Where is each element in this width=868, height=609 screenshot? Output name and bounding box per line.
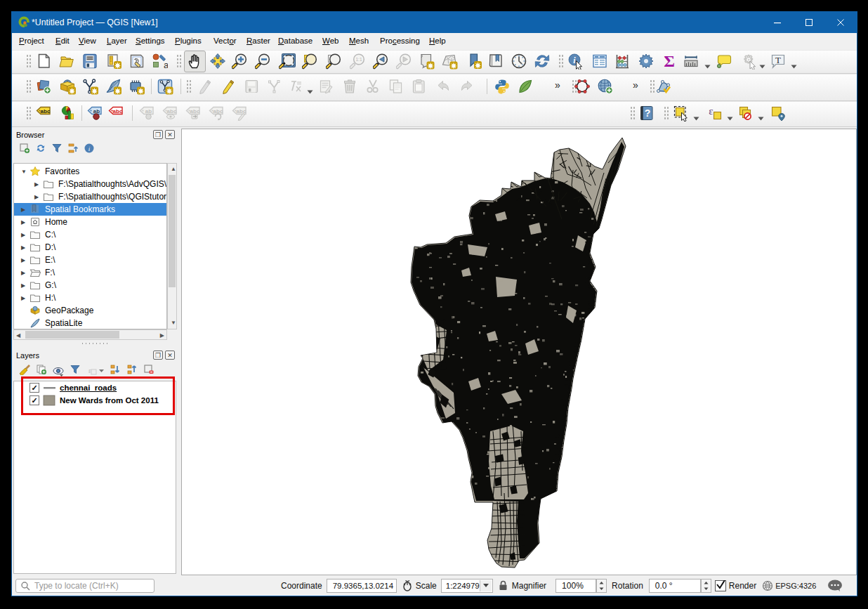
svg-text:abc: abc bbox=[237, 108, 246, 114]
svg-text:T: T bbox=[775, 55, 781, 65]
svg-text:abc: abc bbox=[213, 108, 223, 114]
svg-text:abc: abc bbox=[167, 108, 177, 114]
svg-text:1:1: 1:1 bbox=[355, 57, 362, 62]
svg-text:ε: ε bbox=[88, 367, 91, 374]
svg-text:abc: abc bbox=[190, 108, 200, 114]
svg-text:abc: abc bbox=[113, 108, 123, 114]
svg-text:a: a bbox=[164, 60, 168, 70]
svg-text:ab: ab bbox=[145, 108, 152, 114]
svg-text:abc: abc bbox=[41, 108, 51, 114]
